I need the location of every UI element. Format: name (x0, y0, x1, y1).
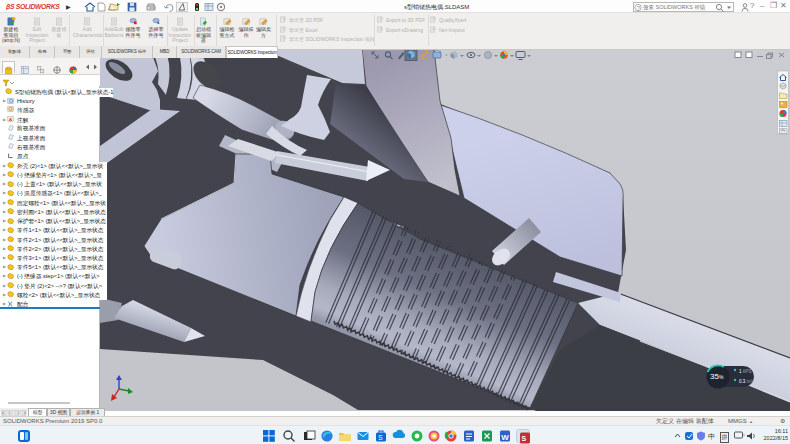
svg-text:?: ? (637, 4, 640, 10)
svg-text:A: A (9, 117, 12, 122)
svg-text:35%: 35% (710, 372, 724, 381)
svg-text:S: S (521, 435, 526, 442)
svg-text:1 APS: 1 APS (739, 369, 752, 374)
svg-text:0.3 m/s: 0.3 m/s (739, 379, 755, 384)
svg-text:S: S (378, 433, 383, 440)
svg-text:W: W (501, 432, 509, 441)
